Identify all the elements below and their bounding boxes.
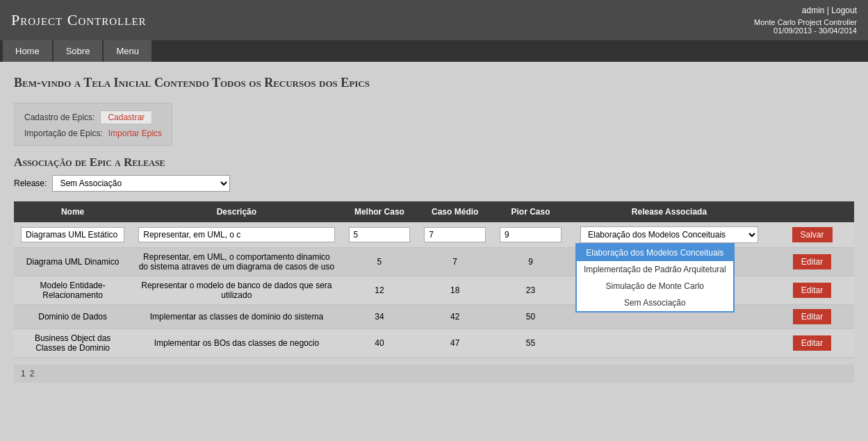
row-melhor: 34 [342, 305, 418, 329]
row-melhor: 40 [342, 329, 418, 358]
th-action [770, 201, 854, 222]
release-filter-row: Release: Sem Associação Elaboração dos M… [14, 175, 854, 192]
row-pior: 55 [493, 329, 568, 358]
edit-release-select[interactable]: Elaboração dos Modelos Conceituais Imple… [580, 226, 758, 243]
nav-sobre[interactable]: Sobre [54, 40, 103, 62]
edit-nome-input[interactable] [21, 227, 124, 242]
import-row: Importação de Epics: Importar Epics [24, 128, 162, 138]
row-nome: Diagrama UML Dinamico [14, 248, 131, 276]
row-medio: 47 [417, 329, 493, 358]
release-dropdown-container: Elaboração dos Modelos Conceituais Imple… [575, 226, 763, 243]
edit-desc-cell [131, 222, 341, 248]
edit-medio-cell [417, 222, 493, 248]
epics-table: Nome Descrição Melhor Caso Caso Médio Pi… [14, 201, 854, 358]
nav-home[interactable]: Home [3, 40, 52, 62]
app-title: Project Controller [11, 11, 147, 29]
row-pior: 50 [493, 305, 568, 329]
header-right: admin | Logout Monte Carlo Project Contr… [754, 6, 857, 35]
dd-item-simulacao[interactable]: Simulação de Monte Carlo [577, 278, 733, 294]
row-action: Editar [770, 248, 854, 276]
th-descricao: Descrição [131, 201, 341, 222]
row-medio: 7 [417, 248, 493, 276]
auth-text: admin | Logout [802, 6, 857, 15]
nav-menu[interactable]: Menu [104, 40, 152, 62]
page-1-link[interactable]: 1 [21, 369, 26, 378]
edit-medio-input[interactable] [424, 227, 486, 242]
th-nome: Nome [14, 201, 131, 222]
dd-item-implementacao[interactable]: Implementação de Padrão Arquitetural [577, 261, 733, 278]
header: Project Controller admin | Logout Monte … [0, 0, 868, 40]
header-auth: admin | Logout [754, 6, 857, 15]
row-pior: 23 [493, 276, 568, 305]
release-label: Release: [14, 178, 47, 188]
edit-row: Elaboração dos Modelos Conceituais Imple… [14, 222, 854, 248]
edit-melhor-cell [342, 222, 418, 248]
table-header-row: Nome Descrição Melhor Caso Caso Médio Pi… [14, 201, 854, 222]
edit-melhor-input[interactable] [349, 227, 411, 242]
edit-pior-cell [493, 222, 568, 248]
pagination: 1 2 [14, 365, 854, 383]
row-melhor: 12 [342, 276, 418, 305]
nav: Home Sobre Menu [0, 40, 868, 62]
row-desc: Representar o modelo de banco de dados q… [131, 276, 341, 305]
row-nome: Business Object das Classes de Dominio [14, 329, 131, 358]
editar-button[interactable]: Editar [793, 309, 831, 324]
editar-button[interactable]: Editar [793, 283, 831, 298]
project-info: Monte Carlo Project Controller 01/09/201… [754, 18, 857, 35]
row-desc: Implementar os BOs das classes de negoci… [131, 329, 341, 358]
row-desc: Implementar as classes de dominio do sis… [131, 305, 341, 329]
row-desc: Representar, em UML, o comportamento din… [131, 248, 341, 276]
import-label: Importação de Epics: [24, 128, 103, 138]
row-action: Editar [770, 305, 854, 329]
cadastrar-button[interactable]: Cadastrar [100, 110, 152, 124]
cadastro-section: Cadastro de Epics: Cadastrar Importação … [14, 103, 172, 146]
edit-action-cell: Salvar [770, 222, 854, 248]
editar-button[interactable]: Editar [793, 254, 831, 269]
row-pior: 9 [493, 248, 568, 276]
page-2-link[interactable]: 2 [30, 369, 35, 378]
cadastro-row: Cadastro de Epics: Cadastrar [24, 110, 162, 124]
import-link[interactable]: Importar Epics [108, 128, 162, 138]
release-filter-select[interactable]: Sem Associação Elaboração dos Modelos Co… [52, 175, 230, 192]
th-medio: Caso Médio [417, 201, 493, 222]
row-medio: 42 [417, 305, 493, 329]
dd-item-sem[interactable]: Sem Associação [577, 294, 733, 311]
editar-button[interactable]: Editar [793, 335, 831, 351]
th-melhor: Melhor Caso [342, 201, 418, 222]
row-release [568, 329, 770, 358]
save-button[interactable]: Salvar [792, 227, 833, 242]
row-action: Editar [770, 276, 854, 305]
edit-pior-input[interactable] [500, 227, 562, 242]
main-content: Bem-vindo a Tela Inicial Contendo Todos … [0, 62, 868, 392]
row-nome: Dominio de Dados [14, 305, 131, 329]
project-name: Monte Carlo Project Controller [754, 18, 857, 26]
row-action: Editar [770, 329, 854, 358]
row-melhor: 5 [342, 248, 418, 276]
row-medio: 18 [417, 276, 493, 305]
th-pior: Pior Caso [493, 201, 568, 222]
cadastro-label: Cadastro de Epics: [24, 113, 95, 122]
edit-nome-cell [14, 222, 131, 248]
row-nome: Modelo Entidade-Relacionamento [14, 276, 131, 305]
th-release: Release Associada [568, 201, 770, 222]
dd-item-elaboracao[interactable]: Elaboração dos Modelos Conceituais [577, 244, 733, 261]
project-dates: 01/09/2013 - 30/04/2014 [754, 26, 857, 35]
table-row: Business Object das Classes de Dominio I… [14, 329, 854, 358]
page-title: Bem-vindo a Tela Inicial Contendo Todos … [14, 76, 854, 90]
edit-release-cell: Elaboração dos Modelos Conceituais Imple… [568, 222, 770, 248]
release-dropdown-list: Elaboração dos Modelos Conceituais Imple… [575, 243, 735, 313]
association-title: Associação de Epic a Release [14, 156, 854, 169]
edit-desc-input[interactable] [138, 227, 334, 242]
